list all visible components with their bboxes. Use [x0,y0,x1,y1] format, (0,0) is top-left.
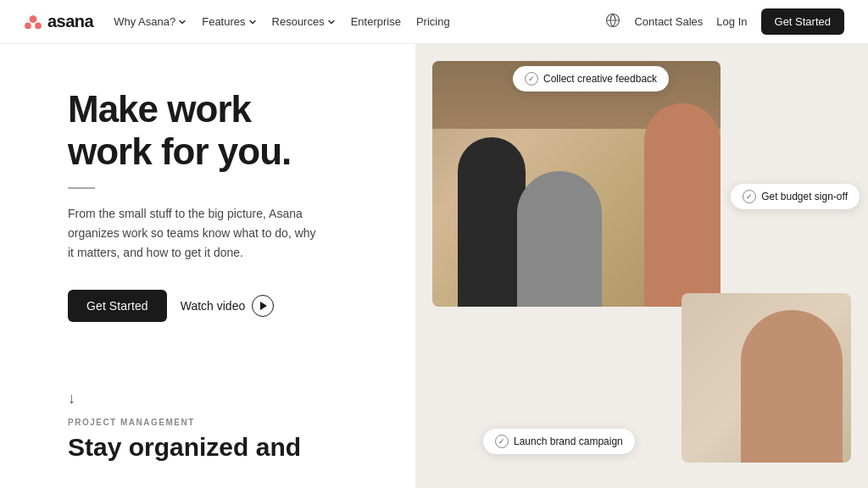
svg-point-2 [35,22,42,29]
logo[interactable]: asana [24,12,93,31]
asana-logo-icon [24,13,42,31]
contact-sales-link[interactable]: Contact Sales [634,15,703,28]
hero-actions: Get Started Watch video [68,290,364,322]
chevron-down-icon [327,18,336,26]
hero-image-secondary [682,293,851,463]
person-silhouette-1 [458,137,526,307]
play-triangle-icon [260,302,267,310]
nav-link-pricing[interactable]: Pricing [416,15,450,28]
section-label: Project Management [68,418,364,427]
nav-link-features[interactable]: Features [202,15,256,28]
globe-icon[interactable] [605,13,620,31]
nav-left: asana Why Asana? Features Resources Ente… [24,12,450,31]
right-panel: Collect creative feedback Get budget sig… [415,44,868,488]
arrow-down-icon: ↓ [68,390,364,408]
bottom-left: ↓ Project Management Stay organized and [68,373,364,463]
hero-image-main [432,61,721,307]
svg-point-1 [25,22,31,29]
task-chip-2: Get budget sign-off [731,184,860,209]
check-icon-2 [743,190,756,203]
get-started-hero-button[interactable]: Get Started [68,290,167,322]
person-silhouette-2 [517,171,602,307]
check-icon-3 [495,435,509,448]
task-chip-1: Collect creative feedback [513,66,669,92]
chevron-down-icon [178,18,186,26]
play-circle-icon [252,295,274,317]
person-silhouette-4 [741,310,843,463]
nav-link-resources[interactable]: Resources [272,15,336,28]
nav-right: Contact Sales Log In Get Started [605,8,844,35]
svg-point-0 [30,15,37,23]
nav-right-links: Contact Sales Log In [634,15,747,28]
log-in-link[interactable]: Log In [716,15,747,28]
hero-divider [68,187,95,189]
chevron-down-icon [248,18,257,26]
watch-video-link[interactable]: Watch video [181,295,275,317]
section-title: Stay organized and [68,432,364,463]
hero-image-bg [432,61,721,307]
navigation: asana Why Asana? Features Resources Ente… [0,0,868,44]
main-container: Make work work for you. From the small s… [0,44,868,488]
nav-link-why-asana[interactable]: Why Asana? [114,15,186,28]
check-icon-1 [525,72,538,86]
get-started-nav-button[interactable]: Get Started [761,8,844,35]
left-panel: Make work work for you. From the small s… [0,44,415,488]
hero-description: From the small stuff to the big picture,… [68,204,322,263]
person-silhouette-3 [644,103,721,307]
hero-title: Make work work for you. [68,88,364,172]
logo-text: asana [47,12,93,31]
nav-links: Why Asana? Features Resources Enterprise… [114,15,449,28]
nav-link-enterprise[interactable]: Enterprise [351,15,401,28]
task-chip-3: Launch brand campaign [483,429,635,454]
